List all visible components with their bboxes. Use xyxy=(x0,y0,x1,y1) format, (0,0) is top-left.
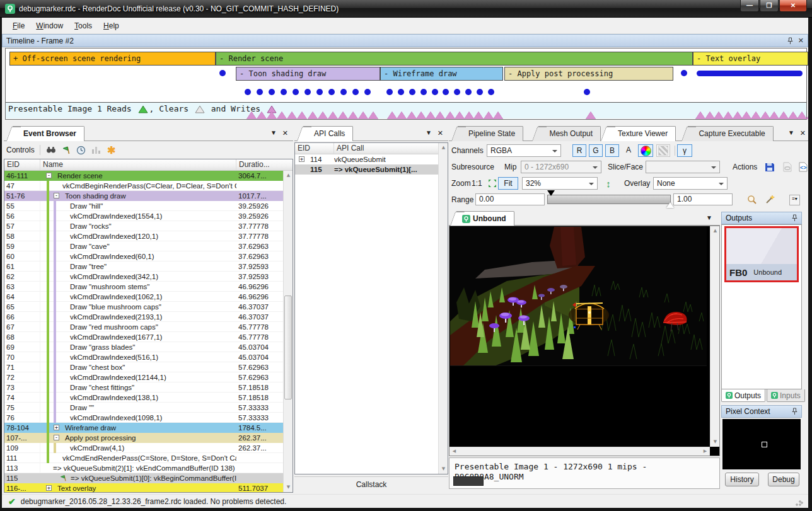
overlay-select[interactable]: None xyxy=(653,177,728,190)
timeline-bar-text-overlay[interactable]: - Text overlay xyxy=(693,52,808,66)
timeline-bar-wireframe-draw[interactable]: - Wireframe draw xyxy=(380,67,503,81)
event-row[interactable]: 60vkCmdDrawIndexed(60,1)37.62963 xyxy=(4,251,283,261)
maximize-button[interactable]: ❐ xyxy=(760,0,779,12)
event-row[interactable]: 61Draw "tree"37.92593 xyxy=(4,261,283,272)
event-row[interactable]: 72vkCmdDrawIndexed(12144,1)57.62963 xyxy=(4,372,283,382)
tab-texture-viewer[interactable]: Texture Viewer xyxy=(607,126,676,141)
event-row[interactable]: 62vkCmdDrawIndexed(342,1)37.92593 xyxy=(4,272,283,282)
mip-select[interactable]: 0 - 1272x690 xyxy=(521,161,601,173)
texture-vscrollbar[interactable]: ▲ ▼ xyxy=(710,226,719,447)
right-menu-arrow-icon[interactable]: ▼ xyxy=(788,129,794,136)
link-document-icon[interactable] xyxy=(780,161,794,173)
open-code-icon[interactable]: <> xyxy=(797,161,809,173)
draw-event-dot[interactable] xyxy=(269,89,275,95)
event-row[interactable]: 63Draw "mushroom stems"46.96296 xyxy=(4,282,283,292)
event-row[interactable]: 111vkCmdEndRenderPass(C=Store, D=Store, … xyxy=(4,453,283,463)
draw-event-dot[interactable] xyxy=(398,89,404,95)
draw-event-dot[interactable] xyxy=(364,89,371,95)
draw-event-dot[interactable] xyxy=(409,89,415,95)
column-eid[interactable]: EID xyxy=(295,143,334,154)
expand-toggle-icon[interactable]: + xyxy=(54,425,59,430)
event-row[interactable]: 113=> vkQueueSubmit(2)[1]: vkEndCommandB… xyxy=(4,463,283,473)
pin-icon[interactable] xyxy=(787,37,793,45)
draw-event-dot[interactable] xyxy=(465,89,472,95)
tab-unbound-texture[interactable]: Unbound xyxy=(456,211,514,226)
draw-event-dot[interactable] xyxy=(432,89,438,95)
event-row[interactable]: 109vkCmdDraw(4,1)262.37... xyxy=(4,443,283,453)
event-row[interactable]: 55Draw "hill"39.25926 xyxy=(4,201,283,211)
column-duration[interactable]: Duratio... xyxy=(236,159,284,170)
event-row[interactable]: 75Draw ""57.33333 xyxy=(4,403,283,413)
draw-event-dot[interactable] xyxy=(219,70,226,76)
menu-tools[interactable]: Tools xyxy=(69,20,98,32)
event-row[interactable]: 71Draw "chest box"57.62963 xyxy=(4,362,283,372)
save-icon[interactable] xyxy=(763,161,777,173)
event-row[interactable]: 65Draw "blue mushroom caps"46.37037 xyxy=(4,302,283,312)
timeline-body[interactable]: Presentable Image 1 Reads , Clears and W… xyxy=(5,48,807,120)
expand-toggle-icon[interactable]: - xyxy=(54,435,59,440)
api-call-row[interactable]: +114vkQueueSubmit xyxy=(295,154,448,164)
flag-icon[interactable] xyxy=(61,144,72,156)
draw-event-dot[interactable] xyxy=(304,89,311,95)
api-calls-close-icon[interactable]: ✕ xyxy=(438,129,443,137)
fit-button[interactable]: Fit xyxy=(498,177,518,190)
colorwheel-button[interactable] xyxy=(638,144,653,157)
event-browser-vscrollbar[interactable]: ▲ ▼ xyxy=(283,171,293,492)
expand-arrows-icon[interactable] xyxy=(485,177,499,190)
pixel-context-view[interactable] xyxy=(722,419,801,469)
event-row[interactable]: 58vkCmdDrawIndexed(120,1)37.77778 xyxy=(4,231,283,241)
draw-event-dot[interactable] xyxy=(340,89,347,95)
tab-mesh-output[interactable]: Mesh Output xyxy=(538,126,601,141)
event-row[interactable]: 47vkCmdBeginRenderPass(C=Clear, D=Clear,… xyxy=(4,181,283,191)
timeline-bar-toon-shading-draw[interactable]: - Toon shading draw xyxy=(236,67,380,81)
right-close-icon[interactable]: ✕ xyxy=(800,129,806,137)
event-row[interactable]: 107-...-Apply post processing262.37... xyxy=(4,433,283,443)
history-button[interactable]: History xyxy=(725,473,759,486)
expand-toggle-icon[interactable]: + xyxy=(299,156,304,162)
column-api-call[interactable]: API Call xyxy=(334,143,448,154)
event-row[interactable]: 115=> vkQueueSubmit(1)[0]: vkBeginComman… xyxy=(4,473,283,483)
pin-icon[interactable] xyxy=(792,408,798,415)
close-button[interactable]: ✕ xyxy=(779,0,807,12)
expand-toggle-icon[interactable]: - xyxy=(46,173,52,178)
checker-button[interactable] xyxy=(656,144,670,157)
scroll-down-icon[interactable]: ▼ xyxy=(284,483,293,492)
event-row[interactable]: 67Draw "red mushroom caps"45.77778 xyxy=(4,322,283,332)
event-row[interactable]: 64vkCmdDrawIndexed(1062,1)46.96296 xyxy=(4,292,283,302)
draw-event-dot[interactable] xyxy=(293,89,299,95)
event-row[interactable]: 73Draw "chest fittings"57.18518 xyxy=(4,382,283,393)
expand-toggle-icon[interactable]: - xyxy=(54,193,59,198)
flip-y-icon[interactable]: ↕ xyxy=(601,177,615,190)
event-row[interactable]: 51-76-Toon shading draw1017.7... xyxy=(4,191,283,201)
scroll-down-icon[interactable]: ▼ xyxy=(710,437,720,447)
callstack-section[interactable]: Callstack xyxy=(294,476,448,493)
event-row[interactable]: 68vkCmdDrawIndexed(1677,1)45.77778 xyxy=(4,332,283,342)
stats-icon[interactable] xyxy=(91,144,102,156)
event-row[interactable]: 69Draw "grass blades"45.03704 xyxy=(4,342,283,352)
slice-face-select[interactable] xyxy=(646,161,720,173)
minimize-button[interactable]: — xyxy=(740,0,759,12)
event-row[interactable]: 46-111-Render scene3064.7... xyxy=(4,171,283,181)
draw-event-dot[interactable] xyxy=(488,89,494,95)
tab-outputs[interactable]: Outputs xyxy=(721,389,765,402)
event-row[interactable]: 76vkCmdDrawIndexed(1098,1)57.33333 xyxy=(4,413,283,423)
api-table-header[interactable]: EID API Call xyxy=(295,143,448,154)
texture-hscrollbar[interactable]: ◀ ▶ xyxy=(450,447,710,456)
scroll-down-icon[interactable]: ▼ xyxy=(439,464,448,474)
event-row[interactable]: 74vkCmdDrawIndexed(138,1)57.18518 xyxy=(4,393,283,403)
pin-icon[interactable] xyxy=(792,214,798,222)
event-row[interactable]: 57Draw "rocks"37.77778 xyxy=(4,221,283,231)
api-calls-menu-arrow-icon[interactable]: ▼ xyxy=(426,129,432,136)
scroll-up-icon[interactable]: ▲ xyxy=(284,171,293,180)
draw-events-pill[interactable] xyxy=(697,71,803,76)
draw-event-dot[interactable] xyxy=(257,89,263,95)
channel-a-button[interactable]: A xyxy=(622,144,635,157)
channel-r-button[interactable]: R xyxy=(572,144,586,157)
find-icon[interactable] xyxy=(45,144,57,156)
tab-inputs[interactable]: Inputs xyxy=(767,389,805,402)
channels-select[interactable]: RGBA xyxy=(487,144,561,157)
column-eid[interactable]: EID xyxy=(4,159,40,170)
channel-g-button[interactable]: G xyxy=(589,144,603,157)
column-name[interactable]: Name xyxy=(40,159,236,170)
draw-event-dot[interactable] xyxy=(316,89,323,95)
